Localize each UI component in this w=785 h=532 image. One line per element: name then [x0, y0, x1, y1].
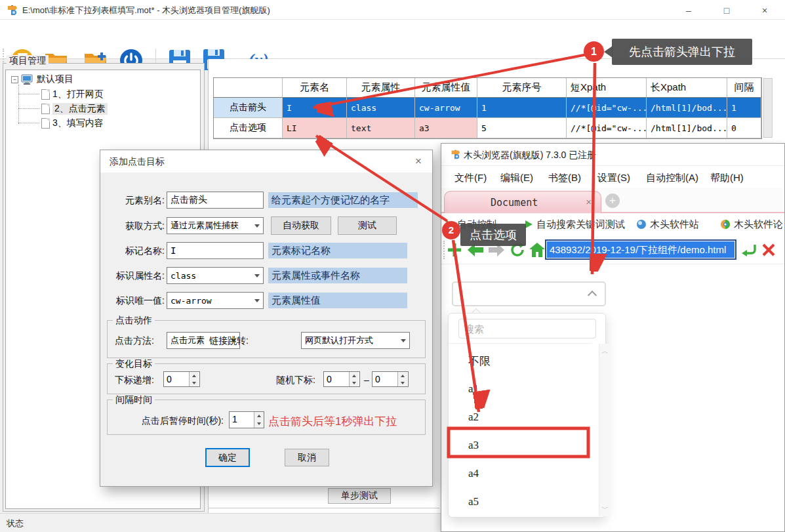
option-a1[interactable]: a1 [468, 380, 479, 398]
alias-input[interactable] [167, 192, 264, 209]
range-dash: – [364, 375, 369, 385]
tree-item-click-element[interactable]: 2、点击元素 [41, 102, 108, 115]
page-icon [41, 89, 50, 100]
page-select-box[interactable] [452, 281, 606, 306]
dialog-close-icon[interactable]: × [415, 155, 422, 168]
alias-label: 元素别名: [102, 195, 165, 207]
page-dropdown-panel: 不限 a1 a2 a3 a4 a5 ︿ ﹀ [448, 313, 606, 518]
table-cell[interactable]: 5 [477, 118, 567, 138]
tag-input[interactable] [167, 242, 264, 259]
tree-connector [18, 108, 39, 109]
tree-connector [18, 123, 39, 123]
stepper-up-icon[interactable] [350, 372, 359, 379]
menu-edit[interactable]: 编辑(E) [500, 172, 533, 184]
stepper-down-icon[interactable] [398, 379, 407, 386]
scroll-down-icon[interactable]: ﹀ [601, 504, 609, 514]
table-cell[interactable]: text [347, 118, 415, 138]
stepper-down-icon[interactable] [350, 379, 359, 386]
table-cell[interactable]: I [283, 98, 347, 118]
menu-settings[interactable]: 设置(S) [597, 172, 630, 184]
stepper-up-icon[interactable] [190, 372, 199, 379]
stepper-down-icon[interactable] [254, 420, 264, 428]
maximize-button[interactable]: □ [715, 3, 738, 18]
table-cell[interactable]: /html[1]/bod... [647, 98, 727, 118]
bookmark-software-forum[interactable]: 木头软件论坛 [734, 218, 782, 231]
tree-item-open-page[interactable]: 1、打开网页 [41, 88, 104, 101]
computer-icon [21, 74, 34, 85]
ok-button[interactable]: 确定 [206, 449, 249, 466]
menu-file[interactable]: 文件(F) [454, 172, 487, 184]
option-a3-highlighted[interactable]: a3 [468, 437, 479, 454]
stepper-value: 0 [164, 372, 189, 386]
table-cell[interactable]: /html[1]/bod... [647, 118, 727, 138]
table-cell[interactable]: cw-arrow [415, 98, 477, 118]
bookmark-software-site[interactable]: 木头软件站 [650, 218, 699, 231]
stepper-up-icon[interactable] [398, 372, 407, 379]
menu-autocontrol[interactable]: 自动控制(A) [646, 172, 698, 184]
chevron-down-icon [254, 274, 260, 277]
tab-close-icon[interactable]: × [586, 196, 592, 207]
tag-label: 标记名称: [102, 245, 165, 257]
browser-titlebar: 木头浏览器(旗舰版) 7.3.0 已注册 [441, 144, 784, 166]
dropdown-scrollbar[interactable]: ︿ ﹀ [599, 344, 610, 516]
url-bar[interactable]: 438932/2019-12-19/下拉组件/demo.html [545, 239, 736, 260]
table-cell[interactable]: a3 [415, 118, 477, 138]
pause-time-stepper[interactable]: 1 [229, 411, 264, 428]
tree-root-label: 默认项目 [37, 73, 73, 85]
random-to-stepper[interactable]: 0 [372, 371, 409, 387]
attr-combobox[interactable]: class [167, 267, 264, 284]
option-unlimited[interactable]: 不限 [468, 352, 491, 369]
chevron-up-icon[interactable] [588, 291, 597, 300]
dropdown-option-list: 不限 a1 a2 a3 a4 a5 [449, 343, 592, 517]
table-cell[interactable]: 0 [727, 118, 761, 138]
table-cell[interactable]: LI [283, 118, 347, 138]
url-text-selected: 438932/2019-12-19/下拉组件/demo.html [547, 241, 735, 258]
tab-document[interactable]: Document × [444, 191, 601, 213]
tree-item-fill-content[interactable]: 3、填写内容 [41, 117, 104, 130]
single-step-test-button[interactable]: 单步测试 [328, 488, 391, 504]
minimize-button[interactable]: – [677, 3, 700, 18]
test-button[interactable]: 测试 [338, 216, 397, 235]
bookmark-auto-search-test[interactable]: 自动搜索关键词测试 [536, 218, 625, 231]
close-button[interactable]: × [754, 3, 776, 18]
home-icon[interactable] [528, 241, 546, 259]
table-cell[interactable]: 1 [727, 98, 761, 118]
interval-group-label: 间隔时间 [113, 394, 155, 406]
index-increment-label: 下标递增: [91, 375, 154, 386]
index-increment-stepper[interactable]: 0 [163, 371, 200, 387]
dropdown-search-input[interactable] [458, 319, 596, 338]
value-combobox[interactable]: cw-arrow [167, 292, 264, 309]
option-a4[interactable]: a4 [468, 465, 479, 482]
link-jump-combobox[interactable]: 网页默认打开方式 [301, 332, 410, 349]
go-icon[interactable] [740, 241, 758, 259]
table-row-click-arrow-alias[interactable]: 点击箭头 [214, 98, 283, 118]
option-a2[interactable]: a2 [468, 409, 479, 426]
tree-collapse-icon[interactable]: − [11, 76, 18, 83]
dialog-titlebar: 添加点击目标 × [100, 150, 432, 173]
stop-icon[interactable] [759, 241, 778, 259]
capture-combobox[interactable]: 通过元素属性捕获 [167, 217, 264, 234]
table-cell[interactable]: 1 [477, 98, 567, 118]
random-from-stepper[interactable]: 0 [323, 371, 360, 387]
table-header-cell: 间隔 [727, 78, 761, 98]
stepper-down-icon[interactable] [190, 379, 199, 386]
tree-root-row[interactable]: − 默认项目 [11, 73, 73, 86]
auto-get-button[interactable]: 自动获取 [271, 216, 331, 235]
scroll-up-icon[interactable]: ︿ [601, 346, 609, 356]
stepper-up-icon[interactable] [254, 412, 264, 420]
table-cell[interactable]: //*[@id="cw-... [567, 98, 647, 118]
app-logo-icon [5, 3, 18, 16]
table-cell[interactable]: //*[@id="cw-... [567, 118, 647, 138]
cancel-button[interactable]: 取消 [285, 449, 329, 466]
panel-divider [209, 508, 439, 508]
table-row-click-option-alias[interactable]: 点击选项 [214, 118, 283, 138]
option-a5[interactable]: a5 [468, 493, 479, 510]
menu-help[interactable]: 帮助(H) [710, 172, 744, 184]
window-title: E:\mot\非标准下拉列表框填写.mot* - 木头浏览器项目管理(旗舰版) [22, 5, 270, 16]
table-cell[interactable]: class [347, 98, 415, 118]
menu-bookmarks[interactable]: 书签(B) [548, 172, 581, 184]
new-tab-icon[interactable]: + [605, 194, 620, 208]
table-scrollbar[interactable] [763, 78, 773, 138]
chevron-down-icon [254, 224, 260, 228]
browser-menubar: 文件(F) 编辑(E) 书签(B) 设置(S) 自动控制(A) 帮助(H) [441, 166, 784, 188]
